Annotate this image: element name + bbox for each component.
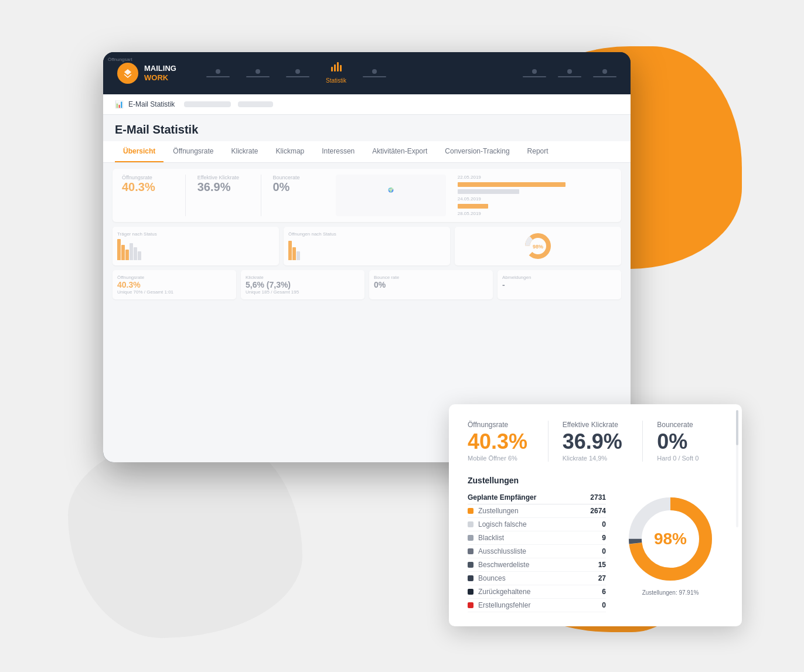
z-row-8: Erstellungsfehler 0 <box>468 599 606 612</box>
b3 <box>125 250 129 260</box>
tab-conversion[interactable]: Conversion-Tracking <box>437 141 517 162</box>
zustellungen-section: Zustellungen Geplante Empfänger 2731 Zus… <box>468 476 723 612</box>
nav-item-statistik[interactable]: Statistik <box>326 62 346 84</box>
z-row-bounces: Bounces 27 <box>468 572 606 585</box>
tab-ubersicht[interactable]: Übersicht <box>115 141 163 162</box>
c2 <box>292 247 296 260</box>
map-label: 🌍 <box>339 187 442 193</box>
nav-item-3[interactable] <box>286 69 309 77</box>
stat3-value: 0% <box>374 280 488 289</box>
breadcrumb-pill-1 <box>184 101 231 107</box>
bar3-orange <box>458 204 489 209</box>
b2 <box>121 245 125 260</box>
nav-right-line-2 <box>558 76 581 77</box>
nav-item-1[interactable] <box>206 69 230 77</box>
kpi3-value: 0% <box>657 431 723 452</box>
tab-klickmap[interactable]: Klickmap <box>268 141 313 162</box>
stat1-sub: Unique 70% / Gesamt 1:01 <box>117 289 231 295</box>
nav-item-2[interactable] <box>246 69 270 77</box>
chart2-label: Öffnungen nach Status <box>288 231 445 237</box>
nav-right-1[interactable] <box>523 69 546 77</box>
breadcrumb-path: E-Mail Statistik <box>128 100 175 108</box>
nav-line-3 <box>286 76 309 77</box>
nav-dot-2 <box>255 69 260 74</box>
statistik-icon <box>331 62 342 74</box>
kpi2-value: 36.9% <box>563 431 629 452</box>
nav-line-1 <box>206 76 230 77</box>
z-val-2: 0 <box>588 520 606 528</box>
tab-oeffnungsrate[interactable]: Öffnungsrate <box>165 141 222 162</box>
dot-7 <box>468 589 473 595</box>
dot-5 <box>468 562 473 568</box>
nav-right-dot-1 <box>532 69 537 74</box>
chart-date3: 28.05.2019 <box>458 211 612 216</box>
z-val-bounces: 27 <box>588 574 606 582</box>
z-label-2: Logisch falsche <box>478 520 584 528</box>
tab-klickrate[interactable]: Klickrate <box>223 141 267 162</box>
chart2: Öffnungen nach Status <box>284 227 450 265</box>
nav-bar: MAILING WORK <box>103 52 631 94</box>
scene: MAILING WORK <box>80 29 724 644</box>
tab-interessen[interactable]: Interessen <box>314 141 363 162</box>
statistik-label: Statistik <box>326 77 346 84</box>
donut-center: 98% <box>654 530 687 548</box>
stat4-label: Abmeldungen <box>502 275 616 280</box>
z-val-4: 0 <box>588 547 606 555</box>
z-val-7: 6 <box>588 588 606 596</box>
nav-right-2[interactable] <box>558 69 581 77</box>
c1 <box>288 241 292 260</box>
nav-items: Statistik <box>206 62 504 84</box>
tab-report[interactable]: Report <box>519 141 557 162</box>
nav-dot-1 <box>216 69 220 74</box>
stat4: Abmeldungen - <box>498 270 621 299</box>
stat2-label: Klickrate <box>246 275 360 280</box>
z-header-label: Geplante Empfänger <box>468 493 584 502</box>
kpi-oeffnungsrate: Öffnungsrate 40.3% Mobile Öffner 6% <box>468 421 549 462</box>
logo-icon <box>117 63 138 84</box>
page-title: E-Mail Statistik <box>115 123 619 137</box>
scrollbar[interactable] <box>736 410 738 527</box>
nav-item-5[interactable] <box>363 69 386 77</box>
m1-label: Öffnungsrate <box>122 175 173 180</box>
zustellungen-table: Zustellungen Geplante Empfänger 2731 Zus… <box>468 476 606 612</box>
bottom-stats: Öffnungsrate 40.3% Unique 70% / Gesamt 1… <box>113 270 621 299</box>
z-label-bounces: Bounces <box>478 574 584 582</box>
kpi3-label: Bouncerate <box>657 421 723 429</box>
metric-klickrate: Effektive Klickrate 36.9% <box>197 175 249 216</box>
svg-text:98%: 98% <box>533 244 543 250</box>
vdiv2 <box>261 175 261 216</box>
tabs-bar: Übersicht Öffnungsrate Klickrate Klickma… <box>103 141 631 163</box>
nav-right-3[interactable] <box>593 69 616 77</box>
stat2-value: 5,6% (7,3%) <box>246 280 360 289</box>
small-charts: Träger nach Status Öffnungen nach Status <box>113 227 621 265</box>
kpi1-sub: Mobile Öffner 6% <box>468 455 534 462</box>
stat1: Öffnungsrate 40.3% Unique 70% / Gesamt 1… <box>113 270 236 299</box>
dot-8 <box>468 602 473 608</box>
stat2-sub: Unique 185 / Gesamt 195 <box>246 289 360 295</box>
chart-date2: 24.05.2019 <box>458 196 612 202</box>
kpi1-label: Öffnungsrate <box>468 421 534 429</box>
chart1: Träger nach Status <box>113 227 279 265</box>
donut-value: 98% <box>654 530 687 548</box>
tab-aktivitaten[interactable]: Aktivitäten-Export <box>364 141 435 162</box>
bar3 <box>458 204 612 209</box>
nav-dot-3 <box>295 69 300 74</box>
z-val-8: 0 <box>588 601 606 609</box>
donut-label: Zustellungen: 97.91% <box>642 589 699 596</box>
nav-right-dot-2 <box>567 69 572 74</box>
b1 <box>117 239 121 260</box>
svg-rect-3 <box>340 65 342 71</box>
donut-container: 98% <box>624 492 717 586</box>
chart1-label: Träger nach Status <box>117 231 274 237</box>
bar-chart: 22.05.2019 24.05.2019 28.05.201 <box>458 175 612 216</box>
z-row-5: Beschwerdeliste 15 <box>468 558 606 572</box>
m2-value: 36.9% <box>197 180 249 194</box>
z-row-2: Logisch falsche 0 <box>468 518 606 531</box>
chart2-bars <box>288 239 445 260</box>
dot-4 <box>468 548 473 554</box>
chart-area: 22.05.2019 24.05.2019 28.05.201 <box>458 175 612 216</box>
chart3: Öffnungsart 98% <box>455 227 621 265</box>
breadcrumb-bar: 📊 E-Mail Statistik <box>103 94 631 115</box>
detail-card-inner: Öffnungsrate 40.3% Mobile Öffner 6% Effe… <box>449 404 742 626</box>
nav-dot-5 <box>372 69 377 74</box>
